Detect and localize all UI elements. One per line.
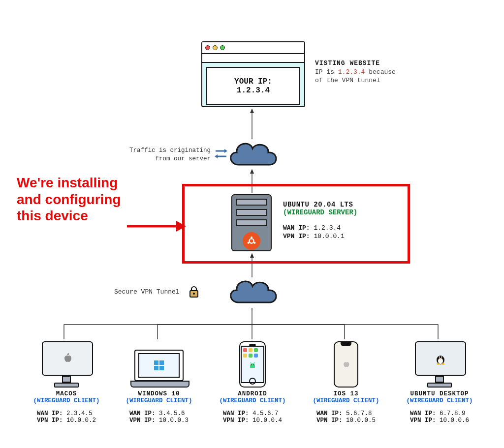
windows-logo-icon — [154, 360, 164, 371]
client-vpn-value: 10.0.0.5 — [346, 417, 376, 424]
client-ubuntu-desktop: UBUNTU DESKTOP (WIREGUARD CLIENT) WAN IP… — [393, 340, 486, 424]
apple-logo-icon — [63, 353, 72, 364]
client-wan-label: WAN IP: — [129, 410, 156, 417]
browser-ip-label: YOUR IP: — [234, 77, 272, 86]
client-wan-label: WAN IP: — [223, 410, 249, 417]
svg-point-7 — [249, 239, 253, 243]
client-vpn-value: 10.0.0.3 — [159, 417, 189, 424]
client-ips: WAN IP: 6.7.8.9 VPN IP: 10.0.0.6 — [410, 410, 469, 424]
svg-point-14 — [193, 293, 195, 295]
client-android: ANDROID (WIREGUARD CLIENT) WAN IP: 4.5.6… — [206, 340, 299, 424]
client-vpn-label: VPN IP: — [316, 417, 343, 424]
client-ips: WAN IP: 3.4.5.6 VPN IP: 10.0.0.3 — [129, 410, 189, 424]
server-info: UBUNTU 20.04 LTS (WIREGUARD SERVER) WAN … — [283, 201, 396, 240]
callout-arrow-icon — [127, 219, 186, 234]
cloud-bottom-icon — [224, 275, 281, 310]
client-name: IOS 13 — [299, 390, 393, 397]
callout-line1: We're installing — [17, 175, 159, 191]
client-vpn-label: VPN IP: — [129, 417, 156, 424]
server-slot — [236, 209, 267, 216]
client-ips: WAN IP: 4.5.6.7 VPN IP: 10.0.0.4 — [223, 410, 282, 424]
svg-rect-18 — [159, 366, 164, 370]
window-close-icon — [205, 45, 210, 50]
client-name: MACOS — [20, 390, 113, 397]
client-vpn-label: VPN IP: — [223, 417, 249, 424]
svg-point-25 — [439, 357, 440, 358]
window-zoom-icon — [220, 45, 225, 50]
server-vpn-value: 10.0.0.1 — [314, 233, 344, 240]
client-ips: WAN IP: 5.6.7.8 VPN IP: 10.0.0.5 — [316, 410, 376, 424]
svg-point-9 — [248, 242, 250, 244]
server-vpn-label: VPN IP: — [283, 233, 310, 240]
svg-point-28 — [441, 363, 444, 365]
client-name: ANDROID — [206, 390, 299, 397]
android-phone-icon — [206, 340, 299, 388]
server-role: (WIREGUARD SERVER) — [283, 209, 396, 216]
svg-rect-16 — [159, 360, 164, 365]
server-wan-value: 1.2.3.4 — [314, 224, 341, 232]
svg-line-21 — [251, 362, 252, 364]
server-wan-ip: WAN IP: 1.2.3.4 — [283, 224, 396, 232]
iphone-icon — [299, 340, 393, 388]
client-role: (WIREGUARD CLIENT) — [299, 397, 393, 404]
callout-line2: and configuring — [17, 191, 159, 208]
traffic-origin-line2: from our server — [100, 155, 211, 163]
website-caption-part-b: because — [365, 68, 395, 76]
svg-marker-6 — [215, 154, 218, 158]
svg-point-26 — [441, 357, 442, 358]
client-vpn-label: VPN IP: — [37, 417, 63, 424]
client-wan-label: WAN IP: — [37, 410, 63, 417]
website-caption-title: VISTING WEBSITE — [315, 59, 443, 68]
svg-marker-12 — [176, 221, 186, 232]
client-wan-value: 6.7.8.9 — [440, 410, 466, 417]
svg-rect-17 — [154, 366, 158, 370]
svg-point-19 — [251, 364, 252, 365]
browser-urlbar — [202, 54, 304, 63]
svg-point-10 — [253, 242, 255, 244]
server-slot — [236, 199, 267, 206]
svg-rect-15 — [154, 360, 158, 365]
client-vpn-label: VPN IP: — [410, 417, 436, 424]
client-wan-value: 5.6.7.8 — [346, 410, 372, 417]
svg-point-20 — [253, 364, 254, 365]
website-caption-part-a: IP is — [315, 68, 338, 76]
server-os: UBUNTU 20.04 LTS — [283, 201, 396, 209]
svg-line-22 — [254, 362, 255, 364]
lock-icon — [188, 285, 200, 300]
browser-window: YOUR IP: 1.2.3.4 — [201, 41, 305, 107]
client-name: UBUNTU DESKTOP — [393, 390, 486, 397]
traffic-origin-line1: Traffic is originating — [100, 147, 211, 155]
callout-text: We're installing and configuring this de… — [17, 175, 159, 224]
laptop-icon — [112, 340, 206, 388]
server-slot — [236, 219, 267, 226]
svg-point-8 — [251, 237, 252, 239]
ubuntu-logo-icon — [243, 232, 260, 250]
diagram-stage: YOUR IP: 1.2.3.4 VISTING WEBSITE IP is 1… — [0, 0, 504, 448]
website-caption: VISTING WEBSITE IP is 1.2.3.4 because of… — [315, 59, 443, 85]
browser-ip-value: 1.2.3.4 — [237, 86, 270, 95]
client-ips: WAN IP: 2.3.4.5 VPN IP: 10.0.0.2 — [37, 410, 96, 424]
client-wan-value: 2.3.4.5 — [66, 410, 93, 417]
server-vpn-ip: VPN IP: 10.0.0.1 — [283, 233, 396, 240]
client-vpn-value: 10.0.0.2 — [66, 417, 96, 424]
client-role: (WIREGUARD CLIENT) — [393, 397, 486, 404]
client-windows: WINDOWS 10 (WIREGUARD CLIENT) WAN IP: 3.… — [112, 340, 206, 424]
bidirectional-arrows-icon — [215, 148, 227, 162]
client-wan-label: WAN IP: — [410, 410, 436, 417]
website-caption-ip: 1.2.3.4 — [338, 68, 365, 76]
imac-icon — [20, 340, 113, 388]
apple-logo-icon — [342, 359, 350, 369]
imac-icon — [393, 340, 486, 388]
vpn-tunnel-label: Secure VPN Tunnel — [114, 288, 180, 296]
android-logo-icon — [248, 361, 257, 370]
client-role: (WIREGUARD CLIENT) — [20, 397, 113, 404]
client-name: WINDOWS 10 — [112, 390, 206, 397]
server-wan-label: WAN IP: — [283, 224, 310, 232]
server-icon — [231, 194, 272, 251]
client-vpn-value: 10.0.0.4 — [252, 417, 282, 424]
browser-body: YOUR IP: 1.2.3.4 — [206, 67, 300, 105]
tux-penguin-icon — [435, 352, 446, 365]
svg-marker-4 — [224, 149, 227, 153]
client-role: (WIREGUARD CLIENT) — [206, 397, 299, 404]
browser-titlebar — [202, 42, 304, 54]
